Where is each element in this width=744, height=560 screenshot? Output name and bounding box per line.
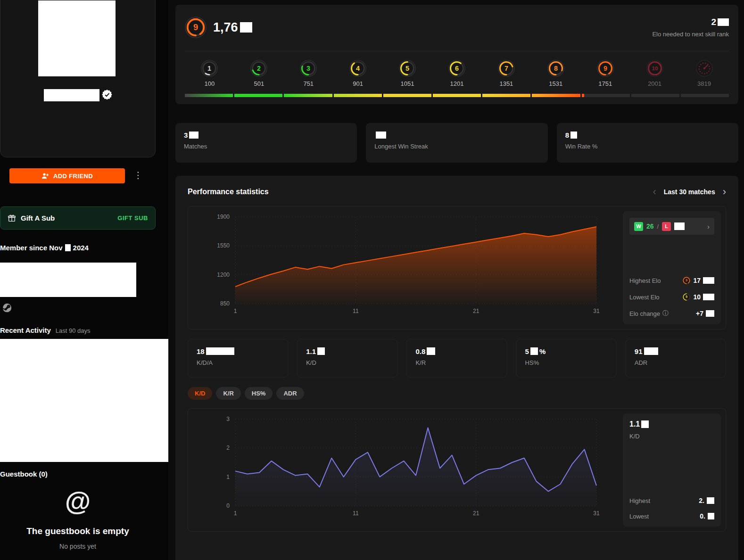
performance-title: Performance statistics	[188, 188, 269, 196]
hs-label: HS%	[525, 359, 608, 366]
sidebar: ADD FRIEND ⋮ Gift A Sub GIFT SUB Member …	[0, 0, 168, 560]
svg-text:1550: 1550	[217, 242, 230, 249]
kd-chart: 32101112131	[188, 409, 618, 531]
skill-level-4: 4901	[333, 60, 383, 87]
elo-change-row: Elo change ⓘ +7	[629, 309, 714, 318]
win-rate-card: 8 Win Rate %	[557, 123, 738, 163]
win-badge: W	[634, 222, 643, 231]
level-threshold: 1051	[401, 80, 414, 87]
skill-level-2: 2501	[234, 60, 284, 87]
level-threshold: 501	[254, 80, 265, 87]
chevron-right-icon[interactable]: ›	[723, 187, 726, 197]
kd-chart-row: 32101112131 1.1 K/D Highest 2.	[188, 408, 726, 532]
username-redacted	[44, 89, 99, 101]
svg-text:850: 850	[220, 300, 230, 307]
tab-kd[interactable]: K/D	[188, 387, 212, 400]
separator: /	[657, 223, 659, 230]
kda-card: 18 K/D/A	[188, 339, 288, 378]
redacted	[206, 347, 234, 355]
svg-text:5: 5	[686, 295, 687, 299]
chevron-right-icon[interactable]: ›	[707, 222, 710, 231]
redacted-day	[65, 244, 71, 251]
elo-header-row: 9 1,76 2 Elo needed to next skill rank	[185, 12, 729, 42]
elo-chart: 1900155012008501112131	[188, 206, 618, 329]
svg-text:1: 1	[226, 474, 230, 480]
gift-sub-button[interactable]: GIFT SUB	[117, 214, 148, 222]
kd-highest-label: Highest	[629, 497, 650, 504]
level-threshold: 1351	[499, 80, 513, 87]
redacted	[703, 277, 714, 284]
lowest-elo-label: Lowest Elo	[629, 294, 660, 301]
svg-text:1: 1	[207, 65, 211, 72]
elo-card: 9 1,76 2 Elo needed to next skill rank 1…	[175, 5, 738, 104]
svg-text:8: 8	[554, 65, 558, 72]
kd-side-panel: 1.1 K/D Highest 2. Lowest 0.	[623, 413, 721, 527]
add-friend-icon	[41, 172, 49, 180]
svg-text:1: 1	[234, 308, 237, 314]
performance-card: Performance statistics ‹ Last 30 matches…	[175, 176, 738, 560]
level-5-mini-icon: 5	[682, 293, 691, 301]
svg-text:5: 5	[405, 65, 409, 72]
chevron-left-icon[interactable]: ‹	[653, 187, 656, 197]
win-streak-label: Longest Win Streak	[374, 143, 539, 150]
redacted	[317, 347, 325, 355]
more-options-button[interactable]: ⋮	[133, 170, 143, 181]
svg-text:9: 9	[603, 65, 607, 72]
level-threshold: 751	[303, 80, 314, 87]
svg-text:9: 9	[686, 278, 687, 282]
steam-icon[interactable]	[2, 303, 12, 313]
highest-elo-value: 17	[693, 277, 701, 284]
level-9-mini-icon: 9	[682, 276, 691, 285]
level-threshold: 3819	[697, 80, 711, 87]
loss-badge: L	[662, 222, 671, 231]
at-icon: @	[0, 486, 156, 516]
skill-ladder: 1100 2501 3751 4901 51051 61201 71351 81…	[185, 60, 729, 87]
redacted	[641, 420, 649, 428]
win-loss-box[interactable]: W 26 / L ›	[629, 218, 714, 235]
tab-adr[interactable]: ADR	[276, 387, 304, 400]
level-threshold: 1751	[598, 80, 612, 87]
kd-panel-label: K/D	[629, 433, 714, 440]
svg-text:21: 21	[473, 510, 479, 517]
kd-panel-value: 1.1	[629, 420, 714, 428]
recent-activity-period: Last 90 days	[56, 327, 91, 334]
verified-badge-icon	[101, 89, 113, 100]
challenger-icon	[696, 60, 713, 77]
next-rank-value: 2	[652, 17, 729, 27]
level-8-icon: 8	[547, 60, 564, 77]
wins-count: 26	[646, 222, 654, 230]
member-since: Member since Nov2024	[0, 244, 89, 252]
svg-text:1900: 1900	[217, 214, 230, 220]
lowest-elo-value: 10	[693, 293, 701, 301]
svg-text:2: 2	[226, 445, 230, 451]
skill-level-9: 91751	[580, 60, 630, 87]
add-friend-button[interactable]: ADD FRIEND	[9, 168, 125, 183]
redacted-losses	[674, 222, 685, 230]
svg-text:3: 3	[226, 416, 230, 422]
win-rate-value: 8	[565, 131, 730, 139]
redacted	[570, 132, 577, 139]
svg-text:0: 0	[226, 502, 230, 509]
elo-side-panel: W 26 / L › Highest Elo 9 17	[623, 211, 721, 324]
win-rate-label: Win Rate %	[565, 143, 730, 150]
summary-cards: 3 Matches Longest Win Streak 8 Win Rate …	[175, 123, 738, 163]
info-icon[interactable]: ⓘ	[662, 309, 669, 318]
performance-header: Performance statistics ‹ Last 30 matches…	[188, 187, 726, 197]
period-label: Last 30 matches	[664, 188, 715, 196]
kr-card: 0.8 K/R	[406, 339, 507, 378]
svg-text:7: 7	[504, 65, 508, 72]
svg-text:1: 1	[234, 510, 237, 517]
level-7-icon: 7	[498, 60, 515, 77]
hs-card: 5% HS%	[516, 339, 617, 378]
redacted-block	[0, 263, 136, 297]
level-threshold: 1531	[549, 80, 562, 87]
level-6-icon: 6	[448, 60, 465, 77]
recent-activity-header: Recent Activity Last 90 days	[0, 326, 91, 334]
profile-card	[0, 0, 156, 157]
svg-text:2: 2	[257, 65, 261, 72]
tab-hs[interactable]: HS%	[245, 387, 273, 400]
divider	[185, 51, 729, 51]
tab-kr[interactable]: K/R	[216, 387, 240, 400]
next-rank-block: 2 Elo needed to next skill rank	[652, 17, 729, 38]
skill-level-3: 3751	[284, 60, 333, 87]
